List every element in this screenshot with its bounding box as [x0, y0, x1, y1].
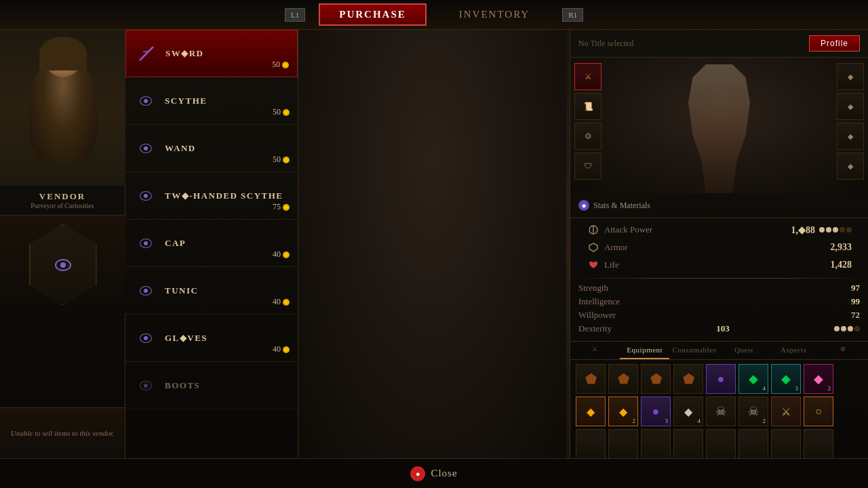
gold-dot [283, 204, 290, 211]
attack-power-value: 1,◆88 [791, 224, 816, 236]
list-item[interactable]: CAP 40 [125, 220, 298, 267]
center-panel: SW◆RD Sword Requires Level 39 Cost: 50 ◆… [298, 30, 566, 458]
list-item[interactable]: SW◆RD 50 [125, 30, 298, 77]
list-item[interactable]: WAND 50 [125, 125, 298, 172]
inv-slot[interactable]: ⚔ [771, 396, 801, 426]
inv-slot[interactable]: ☠2 [738, 396, 768, 426]
list-item[interactable]: BOOTS [125, 362, 298, 409]
vendor-portrait [0, 30, 125, 186]
vendor-title-label: Purveyor of Curiosities [7, 202, 118, 209]
inv-slot[interactable] [706, 429, 736, 459]
gold-dot [283, 157, 290, 163]
willpower-label: Willpower [578, 310, 616, 321]
inv-slot[interactable]: ⬟ [673, 364, 703, 394]
purchase-tab[interactable]: PURCHASE [319, 3, 427, 26]
strength-value: 97 [851, 283, 860, 293]
inventory-row [576, 429, 863, 459]
item-slot[interactable]: 📜 [574, 93, 601, 120]
inv-slot[interactable]: ☠ [706, 396, 736, 426]
inventory-grid: ⬟ ⬟ ⬟ ⬟ ● ◆4 ◆3 ◆2 ◆ ◆2 ●3 ◆4 ☠ ☠2 ⚔ ○ [570, 360, 868, 463]
stats-materials-tab[interactable]: ◆ Stats & Materials [578, 197, 860, 214]
strength-label: Strength [578, 283, 608, 293]
item-name-sword: SW◆RD [165, 48, 204, 59]
stats-section: ◆ Stats & Materials [570, 193, 868, 218]
item-price-scythe: 50 [273, 107, 290, 117]
equipment-tab[interactable]: Equipment [620, 342, 669, 359]
aspects-tab[interactable]: Aspects [769, 342, 818, 359]
vendor-role-label: VENDOR [7, 191, 118, 202]
inv-slot[interactable]: ○ [804, 396, 833, 426]
inv-slot[interactable] [804, 429, 833, 459]
inv-slot[interactable]: ◆ [576, 396, 606, 426]
inv-slot[interactable]: ◆4 [673, 396, 703, 426]
dexterity-dots [834, 326, 860, 331]
rune-eye-small-icon [140, 144, 152, 153]
item-price-gloves: 40 [273, 344, 290, 354]
rune-eye-small-icon [140, 286, 152, 296]
inv-slot[interactable] [673, 429, 703, 459]
inv-slot[interactable]: ◆2 [608, 396, 638, 426]
dexterity-row: Dexterity 103 [578, 322, 860, 336]
stats-materials-label: Stats & Materials [593, 201, 650, 211]
inv-slot[interactable] [608, 429, 638, 459]
close-button[interactable]: ● Close [410, 466, 457, 481]
inv-slot[interactable]: ◆3 [771, 364, 801, 394]
list-item[interactable]: SCYTHE 50 [125, 77, 298, 125]
item-name-wand: WAND [165, 143, 196, 154]
item-slot[interactable]: ⚔ [574, 63, 601, 90]
inv-slot[interactable] [738, 429, 768, 459]
inv-slot[interactable] [771, 429, 801, 459]
rune-eye-icon [55, 259, 71, 271]
rune-eye-small-icon [140, 239, 152, 248]
gold-dot [283, 299, 290, 306]
inventory-row: ◆ ◆2 ●3 ◆4 ☠ ☠2 ⚔ ○ [576, 396, 863, 426]
profile-button[interactable]: Profile [809, 35, 860, 52]
inv-slot[interactable] [641, 429, 671, 459]
inv-slot[interactable]: ◆2 [804, 364, 833, 394]
inv-slot[interactable]: ⬟ [641, 364, 671, 394]
strength-row: Strength 97 [578, 281, 860, 295]
sell-notice-text: Unable to sell items to this vendor. [11, 429, 114, 437]
list-item[interactable]: GL◆VES 40 [125, 314, 298, 362]
inv-slot[interactable]: ⬟ [608, 364, 638, 394]
sell-notice: Unable to sell items to this vendor. [0, 407, 125, 458]
attack-power-label: Attack Power [604, 224, 787, 235]
top-bar: L1 PURCHASE INVENTORY R1 [0, 0, 868, 30]
item-price-wand: 50 [273, 155, 290, 165]
item-slot[interactable]: ◆ [837, 152, 864, 180]
intelligence-label: Intelligence [578, 296, 620, 307]
rune-eye-small-icon [140, 381, 152, 390]
quest-tab[interactable]: Quest [719, 342, 769, 359]
inv-slot[interactable]: ●3 [641, 396, 671, 426]
profile-header: No Title selected Profile [570, 30, 868, 58]
inv-slot[interactable]: ● [706, 364, 736, 394]
item-slot[interactable]: ◆ [837, 123, 864, 150]
inv-slot[interactable] [576, 429, 606, 459]
attack-power-dots [819, 227, 852, 232]
item-name-tunic: TUNIC [165, 285, 198, 296]
item-slot[interactable]: ⚙ [574, 123, 601, 150]
right-item-slots: ◆ ◆ ◆ ◆ [833, 58, 868, 185]
inv-slot[interactable]: ◆4 [738, 364, 768, 394]
close-label: Close [431, 468, 457, 479]
inv-slot[interactable]: ⬟ [576, 364, 606, 394]
tunic-icon [134, 279, 158, 303]
cap-icon [134, 231, 158, 256]
gold-dot [283, 346, 290, 353]
armor-label: Armor [604, 242, 827, 253]
separator [570, 278, 868, 279]
inventory-tab[interactable]: INVENTORY [440, 5, 549, 24]
item-slot[interactable]: 🛡 [574, 152, 601, 180]
scythe-icon [134, 89, 158, 113]
armor-value: 2,933 [831, 242, 852, 253]
life-row: Life 1,428 [578, 256, 860, 274]
item-slot[interactable]: ◆ [837, 93, 864, 120]
gold-dot [283, 109, 290, 116]
life-label: Life [604, 260, 827, 270]
dexterity-value: 103 [716, 323, 730, 334]
armor-icon [587, 241, 600, 254]
consumables-tab[interactable]: Consumables [669, 342, 719, 359]
list-item[interactable]: TUNIC 40 [125, 267, 298, 314]
item-slot[interactable]: ◆ [837, 63, 864, 90]
list-item[interactable]: TW◆-HANDED SCYTHE 75 [125, 172, 298, 220]
